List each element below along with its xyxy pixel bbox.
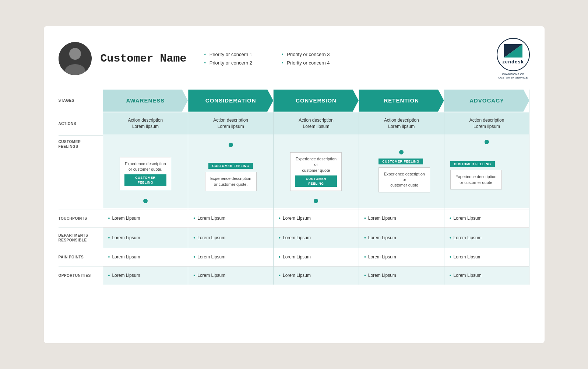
badge-tagline: CHAMPIONS OF CUSTOMER SERVICE — [497, 73, 530, 79]
feeling-box-awareness: Experience descriptionor customer quote.… — [120, 157, 171, 190]
bullet-icon: • — [108, 272, 110, 278]
feeling-dot-retention — [399, 150, 404, 154]
feelings-conversion: Experience description orcustomer quote … — [274, 135, 359, 209]
department-retention: •Lorem Lipsum — [359, 227, 444, 248]
action-awareness: Action descriptionLorem lipsum — [103, 112, 188, 135]
opportunity-awareness: •Lorem Lipsum — [103, 266, 188, 285]
bullet-icon: • — [193, 215, 195, 221]
feeling-dot-conversion — [314, 199, 318, 203]
bullet-icon: • — [450, 235, 451, 241]
bullet-icon: • — [279, 235, 281, 241]
pain-advocacy: •Lorem Lipsum — [444, 248, 529, 266]
stage-advocacy-label: ADVOCACY — [469, 97, 504, 104]
opportunity-consideration: •Lorem Lipsum — [188, 266, 273, 285]
label-touchpoints: TOUCHPOINTS — [59, 209, 103, 227]
action-advocacy: Action descriptionLorem lipsum — [444, 112, 529, 135]
stage-consideration: CONSIDERATION — [188, 90, 273, 112]
col-advocacy: ADVOCACY Action descriptionLorem lipsum … — [444, 90, 530, 285]
feeling-box-conversion: Experience description orcustomer quote … — [290, 152, 342, 191]
touchpoint-awareness: •Lorem Lipsum — [103, 209, 188, 227]
label-opportunities: OPPORTUNITIES — [59, 266, 103, 285]
bullet-icon: • — [108, 215, 110, 221]
feelings-retention: CUSTOMER FEELING Experience description … — [359, 135, 444, 209]
label-pain: PAIN POINTS — [59, 248, 103, 266]
bullet-icon: • — [279, 254, 281, 260]
feeling-text-conversion: Experience description orcustomer quote — [295, 156, 337, 173]
conversion-feelings-inner: Experience description orcustomer quote … — [274, 135, 359, 208]
bullet-icon: • — [193, 254, 195, 260]
feeling-tag-top-advocacy: CUSTOMER FEELING — [450, 161, 495, 167]
feeling-dot-consideration — [229, 143, 233, 147]
zendesk-z-icon — [504, 44, 522, 58]
action-retention: Action descriptionLorem lipsum — [359, 112, 444, 135]
department-awareness: •Lorem Lipsum — [103, 227, 188, 248]
feeling-tag-conversion: CUSTOMER FEELING — [295, 175, 337, 187]
zendesk-badge: zendesk — [497, 38, 530, 71]
priority-2: • Priority or concern 2 — [204, 60, 253, 66]
feelings-awareness: Experience descriptionor customer quote.… — [103, 135, 188, 209]
stage-conversion: CONVERSION — [274, 90, 359, 112]
opportunity-advocacy: •Lorem Lipsum — [444, 266, 529, 285]
stage-advocacy: ADVOCACY — [444, 90, 529, 112]
label-actions: ACTIONS — [59, 112, 103, 135]
priority-4: • Priority or concern 4 — [282, 60, 330, 66]
opportunity-retention: •Lorem Lipsum — [359, 266, 444, 285]
feeling-text-retention: Experience description orcustomer quote — [383, 171, 425, 188]
customer-name: Customer Name — [101, 52, 187, 65]
bullet-icon: • — [450, 254, 451, 260]
bullet-icon: • — [279, 215, 281, 221]
feeling-text-advocacy: Experience descriptionor customer quote — [455, 174, 497, 185]
department-consideration: •Lorem Lipsum — [188, 227, 273, 248]
bullet-icon: • — [204, 60, 206, 66]
feelings-advocacy: CUSTOMER FEELING Experience descriptiono… — [444, 135, 529, 209]
action-conversion: Action descriptionLorem lipsum — [274, 112, 359, 135]
advocacy-feelings-inner: CUSTOMER FEELING Experience descriptiono… — [444, 135, 529, 208]
feeling-tag-top-consideration: CUSTOMER FEELING — [208, 163, 253, 169]
avatar — [59, 42, 92, 75]
feeling-text-consideration: Experience descriptionor customer quote. — [210, 176, 252, 187]
feelings-consideration: CUSTOMER FEELING Experience descriptiono… — [188, 135, 273, 209]
label-stages: STAGES — [59, 90, 103, 112]
bullet-icon: • — [282, 52, 284, 57]
feeling-box-advocacy: Experience descriptionor customer quote — [450, 170, 502, 189]
department-conversion: •Lorem Lipsum — [274, 227, 359, 248]
main-card: Customer Name • Priority or concern 1 • … — [44, 26, 545, 343]
col-awareness: AWARENESS Action descriptionLorem lipsum… — [103, 90, 188, 285]
feeling-dot-awareness — [143, 199, 148, 203]
journey-table: STAGES ACTIONS CUSTOMERFEELINGS TOUCHPOI… — [59, 90, 530, 285]
bullet-icon: • — [193, 235, 195, 241]
bullet-icon: • — [279, 272, 281, 278]
bullet-icon: • — [364, 235, 366, 241]
stage-retention-label: RETENTION — [384, 97, 419, 104]
stage-awareness-label: AWARENESS — [126, 97, 165, 104]
priority-1: • Priority or concern 1 — [204, 52, 253, 57]
bullet-icon: • — [204, 52, 206, 57]
retention-feelings-inner: CUSTOMER FEELING Experience description … — [359, 135, 444, 208]
bullet-icon: • — [364, 254, 366, 260]
zendesk-logo: zendesk CHAMPIONS OF CUSTOMER SERVICE — [497, 38, 530, 79]
opportunity-conversion: •Lorem Lipsum — [274, 266, 359, 285]
stage-retention: RETENTION — [359, 90, 444, 112]
bullet-icon: • — [108, 235, 110, 241]
department-advocacy: •Lorem Lipsum — [444, 227, 529, 248]
bullet-icon: • — [450, 215, 451, 221]
awareness-feelings-inner: Experience descriptionor customer quote.… — [103, 135, 188, 208]
feeling-dot-advocacy — [485, 140, 489, 144]
bullet-icon: • — [450, 272, 451, 278]
feeling-tag-awareness: CUSTOMER FEELING — [124, 174, 166, 186]
bullet-icon: • — [282, 60, 284, 66]
label-feelings: CUSTOMERFEELINGS — [59, 135, 103, 209]
bullet-icon: • — [108, 254, 110, 260]
col-consideration: CONSIDERATION Action descriptionLorem li… — [188, 90, 273, 285]
feeling-box-consideration: Experience descriptionor customer quote. — [205, 172, 257, 191]
header: Customer Name • Priority or concern 1 • … — [59, 38, 530, 79]
bullet-icon: • — [364, 272, 366, 278]
bullet-icon: • — [364, 215, 366, 221]
touchpoint-advocacy: •Lorem Lipsum — [444, 209, 529, 227]
touchpoint-consideration: •Lorem Lipsum — [188, 209, 273, 227]
priorities-col-2: • Priority or concern 3 • Priority or co… — [282, 52, 330, 66]
touchpoint-retention: •Lorem Lipsum — [359, 209, 444, 227]
col-conversion: CONVERSION Action descriptionLorem lipsu… — [273, 90, 359, 285]
pain-conversion: •Lorem Lipsum — [274, 248, 359, 266]
priorities-col-1: • Priority or concern 1 • Priority or co… — [204, 52, 253, 66]
